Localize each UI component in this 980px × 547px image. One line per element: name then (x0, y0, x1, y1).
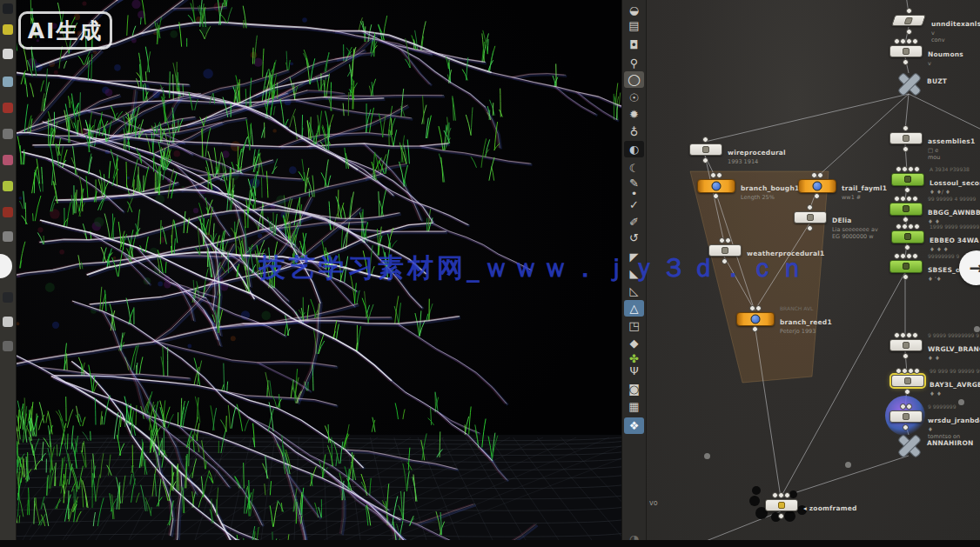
corner-ruler-icon[interactable]: ◺ (624, 283, 644, 299)
node-body[interactable] (891, 15, 926, 26)
graph-node-ebbeo-34wa[interactable]: 1999 9999 999999EBBEO 34WA♦ ♦ ♦ (891, 230, 924, 243)
input-port[interactable] (914, 368, 920, 374)
graph-node-branch-reed1[interactable]: BRANCH AVLbranch_reed1Peterjo 1993 (736, 312, 775, 326)
input-port[interactable] (900, 253, 906, 259)
input-port[interactable] (906, 332, 912, 338)
input-port[interactable] (755, 305, 762, 311)
output-port[interactable] (903, 353, 909, 359)
output-port[interactable] (752, 326, 758, 332)
graph-node-sbses-oonous[interactable]: 99999999 9SBSES_oonous♦ '♦ (889, 260, 923, 273)
input-port[interactable] (896, 223, 902, 230)
node-body[interactable] (794, 211, 827, 223)
circle-select-icon[interactable]: ◯ (624, 71, 644, 88)
output-port[interactable] (807, 225, 813, 231)
camera-icon[interactable]: ◒ (624, 2, 644, 18)
flag-tri2-icon[interactable]: ◣ (624, 265, 644, 282)
shelf-icon-2[interactable] (3, 24, 13, 35)
output-port[interactable] (903, 424, 909, 430)
shelf-icon-12[interactable] (3, 317, 13, 327)
output-port[interactable] (904, 187, 910, 193)
input-port[interactable] (906, 8, 912, 14)
input-port[interactable] (894, 332, 900, 338)
graph-node-lossoul-secondbul[interactable]: A 3934 P39938Lossoul_secondbul♦ ♦/ ♦ (891, 173, 924, 186)
node-body[interactable] (891, 375, 924, 387)
shelf-icon-13[interactable] (3, 341, 13, 351)
shelf-icon-11[interactable] (3, 292, 13, 303)
graph-node-branch-bough1[interactable]: branch_bough1Length 25% (697, 179, 735, 193)
geo-pin-icon[interactable]: ❖ (624, 417, 644, 434)
input-port[interactable] (912, 196, 918, 202)
network-editor[interactable]: wireprocedural1993 1914branch_bough1Leng… (646, 0, 980, 540)
graph-node-wrsdu-jranbdos[interactable]: 9 9999999wrsdu_jranbdos♦tomntso on (889, 410, 923, 423)
input-port[interactable] (900, 332, 906, 338)
output-port[interactable] (814, 193, 820, 199)
node-body[interactable] (889, 132, 923, 144)
output-port[interactable] (903, 146, 909, 152)
graph-node-weatherprocedural1[interactable]: weatherprocedural1 (708, 244, 742, 257)
loop-arrow-icon[interactable]: ↺ (624, 230, 644, 246)
record-icon[interactable]: ◙ (624, 381, 644, 397)
input-port[interactable] (896, 166, 902, 172)
shelf-icon-3[interactable] (3, 49, 13, 59)
input-port[interactable] (900, 404, 906, 410)
input-port[interactable] (811, 172, 817, 178)
output-port[interactable] (903, 217, 909, 223)
light-bulb-icon[interactable]: ☉ (624, 90, 644, 106)
fan-icon[interactable]: Ψ (624, 363, 644, 379)
graph-node-unnditexanlsonwenj1[interactable]: unnditexanlsonwenj1vconv (893, 15, 924, 26)
view-sheet-icon[interactable]: ▤ (624, 17, 644, 34)
graph-node-buzt[interactable]: BUZT (897, 72, 920, 95)
input-port[interactable] (702, 137, 708, 143)
output-port[interactable] (904, 389, 910, 395)
node-body[interactable] (897, 434, 920, 457)
snap-triangle-icon[interactable]: △ (624, 300, 644, 317)
dark-sphere-icon[interactable]: ◐ (624, 141, 644, 157)
node-body[interactable] (897, 72, 920, 95)
input-port[interactable] (906, 253, 912, 259)
input-port[interactable] (902, 368, 908, 374)
monitor-icon[interactable]: ▦ (624, 398, 644, 415)
input-port[interactable] (912, 38, 918, 44)
pen-icon[interactable]: ✐ (624, 214, 644, 230)
scene-viewport[interactable] (16, 0, 621, 540)
graph-node-assemblies1[interactable]: assemblies1□ emou (889, 132, 923, 144)
input-port[interactable] (906, 404, 912, 410)
output-port[interactable] (778, 513, 784, 519)
node-body[interactable] (708, 244, 742, 257)
input-port[interactable] (914, 166, 920, 172)
hook-curve-icon[interactable]: ✓ (624, 197, 644, 213)
input-port[interactable] (908, 368, 914, 374)
shelf-icon-7[interactable] (3, 155, 13, 165)
output-port[interactable] (906, 29, 912, 35)
graph-node-bay3l-avrge-bonrda[interactable]: 99 999 99 99999 999BAY3L_AVRGE_BONRDA♦ ♦ (891, 375, 924, 387)
input-port[interactable] (710, 172, 716, 178)
shelf-icon-4[interactable] (3, 77, 13, 87)
input-port[interactable] (912, 253, 918, 259)
node-body[interactable] (798, 179, 836, 193)
input-port[interactable] (906, 38, 912, 44)
node-body[interactable] (765, 499, 798, 511)
input-port[interactable] (817, 172, 823, 178)
input-port[interactable] (896, 368, 902, 374)
node-body[interactable] (889, 410, 923, 423)
graph-node-trail-fayml1[interactable]: trail_fayml1ww1 # (798, 179, 836, 193)
input-port[interactable] (807, 204, 813, 210)
node-body[interactable] (889, 339, 923, 351)
lock-icon[interactable]: ◘ (624, 37, 644, 53)
shelf-icon-5[interactable] (3, 103, 13, 113)
graph-node-wrglv-branch-mw[interactable]: 9 9999 99999999 9WRGLV_BRANCH_mw♦ ♦ (889, 339, 923, 351)
input-port[interactable] (900, 196, 906, 202)
input-port[interactable] (719, 237, 725, 243)
graph-node--zoomframed[interactable]: ◂ zoomframed (765, 499, 798, 511)
flag-tri-icon[interactable]: ◤ (624, 249, 644, 265)
input-port[interactable] (725, 237, 731, 243)
graph-node-noumons[interactable]: Noumonsv (889, 45, 923, 57)
node-body[interactable] (736, 312, 775, 326)
input-port[interactable] (749, 305, 755, 311)
shelf-icon-6[interactable] (3, 129, 13, 139)
graph-node-annahiron[interactable]: ANNAHIRON (897, 434, 920, 457)
input-port[interactable] (914, 223, 920, 230)
output-port[interactable] (702, 157, 708, 163)
shelf-icon-10[interactable] (3, 231, 13, 242)
output-port[interactable] (903, 274, 909, 280)
